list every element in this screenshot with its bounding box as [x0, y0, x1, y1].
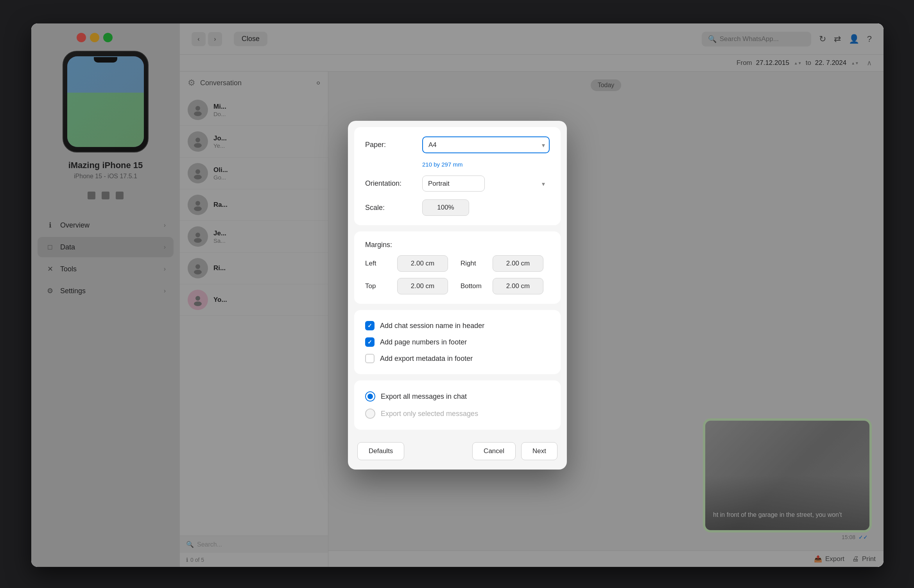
checkbox-icon-checked	[365, 321, 375, 330]
checkbox-label-metadata: Add export metadata in footer	[380, 355, 473, 363]
scale-label: Scale:	[365, 204, 416, 212]
radio-export-all[interactable]: Export all messages in chat	[365, 391, 550, 402]
radio-disabled-icon	[365, 409, 375, 419]
scale-input[interactable]	[422, 199, 469, 216]
margin-left-row: Left	[365, 255, 454, 272]
orientation-row: Orientation: Portrait Landscape ▾	[365, 176, 550, 192]
defaults-button[interactable]: Defaults	[357, 442, 404, 460]
checkbox-export-metadata[interactable]: Add export metadata in footer	[365, 354, 550, 363]
margin-top-row: Top	[365, 278, 454, 294]
paper-select-wrapper: A4 A3 Letter Legal ▾	[422, 136, 550, 153]
content-area: ‹ › Close 🔍 Search WhatsApp... ↻ ⇄ 👤 ? F…	[180, 23, 884, 567]
modal-overlay: Paper: A4 A3 Letter Legal ▾ 210 by 297 m…	[31, 23, 884, 567]
export-dialog: Paper: A4 A3 Letter Legal ▾ 210 by 297 m…	[348, 121, 567, 470]
cancel-button[interactable]: Cancel	[472, 442, 516, 460]
margin-right-label: Right	[461, 260, 488, 267]
radio-selected-icon	[365, 391, 375, 402]
radio-label-export-all: Export all messages in chat	[381, 393, 467, 401]
app-window: iMazing iPhone 15 iPhone 15 - iOS 17.5.1…	[31, 23, 884, 567]
margin-right-input[interactable]	[493, 255, 543, 272]
radio-export-selected[interactable]: Export only selected messages	[365, 409, 550, 419]
orientation-select[interactable]: Portrait Landscape	[422, 176, 485, 192]
paper-section: Paper: A4 A3 Letter Legal ▾ 210 by 297 m…	[354, 127, 561, 225]
margin-left-input[interactable]	[397, 255, 448, 272]
margin-top-label: Top	[365, 282, 392, 290]
margin-right-row: Right	[461, 255, 550, 272]
scale-row: Scale:	[365, 199, 550, 216]
radio-label-export-selected: Export only selected messages	[381, 410, 478, 418]
margin-bottom-row: Bottom	[461, 278, 550, 294]
paper-hint: 210 by 297 mm	[422, 161, 550, 168]
margin-left-label: Left	[365, 260, 392, 267]
checkboxes-section: Add chat session name in header Add page…	[354, 310, 561, 374]
margins-section: Margins: Left Right Top	[354, 231, 561, 304]
paper-row: Paper: A4 A3 Letter Legal ▾	[365, 136, 550, 153]
orientation-label: Orientation:	[365, 179, 416, 188]
checkbox-label-page-numbers: Add page numbers in footer	[380, 338, 467, 346]
margins-label: Margins:	[365, 241, 550, 249]
radio-section: Export all messages in chat Export only …	[354, 380, 561, 430]
orientation-select-wrapper: Portrait Landscape ▾	[422, 176, 550, 192]
margin-bottom-label: Bottom	[461, 282, 488, 290]
margins-grid: Left Right Top Bottom	[365, 255, 550, 294]
checkbox-icon-checked-2	[365, 337, 375, 347]
checkbox-group: Add chat session name in header Add page…	[365, 319, 550, 365]
checkbox-page-numbers[interactable]: Add page numbers in footer	[365, 337, 550, 347]
paper-label: Paper:	[365, 141, 416, 149]
checkbox-label-chat-session: Add chat session name in header	[380, 322, 484, 330]
margin-bottom-input[interactable]	[493, 278, 543, 294]
modal-footer: Defaults Cancel Next	[348, 436, 567, 470]
margin-top-input[interactable]	[397, 278, 448, 294]
next-button[interactable]: Next	[521, 442, 557, 460]
radio-group: Export all messages in chat Export only …	[365, 390, 550, 420]
checkbox-chat-session-name[interactable]: Add chat session name in header	[365, 321, 550, 330]
checkbox-icon-unchecked	[365, 354, 375, 363]
paper-select[interactable]: A4 A3 Letter Legal	[422, 136, 550, 153]
chevron-down-icon-orient: ▾	[542, 180, 545, 187]
